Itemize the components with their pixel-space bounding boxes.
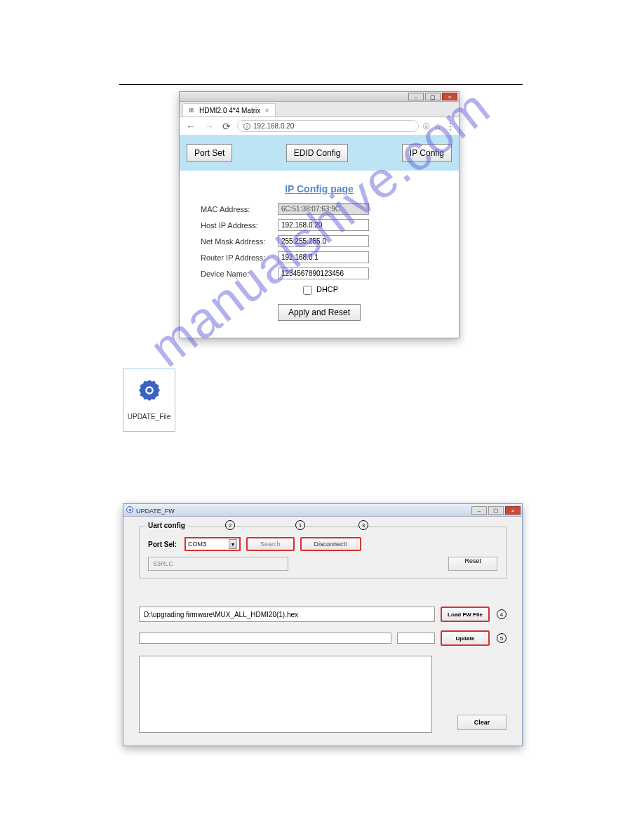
page-heading: IP Config page [201, 183, 438, 194]
mac-label: MAC Address: [201, 205, 278, 213]
port-sel-label: Port Sel: [148, 541, 179, 548]
update-fw-window: UPDATE_FW – ▢ × Uart config Port Sel: CO… [123, 503, 523, 746]
page-content: Port Set EDID Config IP Config IP Config… [180, 135, 459, 338]
tab-close-icon[interactable]: × [264, 106, 269, 114]
url-text: 192.168.0.20 [253, 122, 294, 130]
back-button[interactable]: ← [184, 121, 198, 132]
update-button[interactable]: Update [441, 630, 490, 646]
dhcp-label: DHCP [316, 285, 338, 293]
apply-reset-button[interactable]: Apply and Reset [278, 304, 361, 321]
fw-minimize-button[interactable]: – [471, 506, 487, 515]
icon-label: UPDATE_File [123, 413, 175, 421]
fw-close-button[interactable]: × [505, 506, 521, 515]
ip-config-button[interactable]: IP Config [402, 144, 452, 162]
gear-icon [135, 376, 163, 404]
tab-title: HDMI2.0 4*4 Matrix [199, 107, 260, 114]
menu-icon[interactable]: ⋮ [446, 121, 455, 131]
router-ip-input[interactable] [278, 251, 369, 263]
edid-config-button[interactable]: EDID Config [286, 144, 349, 162]
page-icon: 🗎 [189, 107, 195, 114]
callout-5: 5 [497, 633, 507, 643]
dhcp-checkbox[interactable] [303, 286, 312, 295]
close-button[interactable]: × [442, 93, 457, 100]
netmask-input[interactable] [278, 235, 369, 247]
uart-legend: Uart config [145, 522, 188, 529]
app-icon [126, 506, 133, 513]
callout-2: 2 [225, 520, 235, 530]
callout-4: 4 [497, 609, 507, 619]
reload-button[interactable]: ⟳ [220, 121, 233, 132]
fw-maximize-button[interactable]: ▢ [488, 506, 504, 515]
update-file-icon[interactable]: UPDATE_File [123, 369, 175, 432]
device-name-input[interactable] [278, 267, 369, 279]
progress-value [397, 633, 435, 644]
disconnect-button[interactable]: Disconnect! [300, 537, 361, 551]
site-info-icon: i [243, 123, 250, 130]
port-set-button[interactable]: Port Set [187, 144, 232, 162]
device-name-label: Device Name: [201, 270, 278, 278]
browser-tab[interactable]: 🗎 HDMI2.0 4*4 Matrix × [182, 103, 276, 117]
svg-point-1 [147, 388, 152, 393]
browser-window: – ▢ × 🗎 HDMI2.0 4*4 Matrix × ← → ⟳ i 192… [179, 91, 459, 338]
url-input[interactable]: i 192.168.0.20 [237, 120, 419, 132]
fw-title-text: UPDATE_FW [136, 508, 175, 515]
fw-titlebar: UPDATE_FW – ▢ × [123, 504, 522, 517]
router-ip-label: Router IP Address: [201, 253, 278, 262]
port-sel-combo[interactable]: COM3 ▼ [185, 537, 241, 551]
bookmark-icon[interactable]: ☆ [434, 121, 442, 131]
window-titlebar: – ▢ × [180, 92, 459, 102]
nav-bar: Port Set EDID Config IP Config [180, 135, 459, 171]
progress-bar [139, 633, 391, 644]
status-box: S3RLC [148, 557, 288, 571]
netmask-label: Net Mask Address: [201, 237, 278, 246]
host-ip-input[interactable] [278, 219, 369, 231]
horizontal-rule [119, 84, 523, 85]
chevron-down-icon: ▼ [229, 539, 237, 549]
host-ip-label: Host IP Address: [201, 221, 278, 230]
address-bar: ← → ⟳ i 192.168.0.20 ⦾ ☆ ⋮ [180, 117, 459, 135]
minimize-button[interactable]: – [408, 93, 424, 100]
reset-button[interactable]: Reset [448, 557, 497, 571]
load-fw-button[interactable]: Load FW File [441, 607, 490, 622]
clear-button[interactable]: Clear [457, 715, 507, 730]
uart-config-group: Uart config Port Sel: COM3 ▼ Search Disc… [139, 527, 507, 578]
log-textarea[interactable] [139, 656, 432, 733]
tab-strip: 🗎 HDMI2.0 4*4 Matrix × [180, 102, 459, 117]
file-path-input[interactable]: D:\upgrading firmware\MUX_ALL_HDMI20(1).… [139, 607, 435, 622]
search-button[interactable]: Search [246, 537, 295, 551]
port-sel-value: COM3 [188, 541, 206, 548]
forward-button[interactable]: → [202, 121, 216, 132]
callout-1: 1 [295, 520, 305, 530]
callout-3: 3 [358, 520, 368, 530]
maximize-button[interactable]: ▢ [425, 93, 441, 100]
translate-icon[interactable]: ⦾ [423, 121, 430, 131]
mac-input [278, 203, 369, 215]
